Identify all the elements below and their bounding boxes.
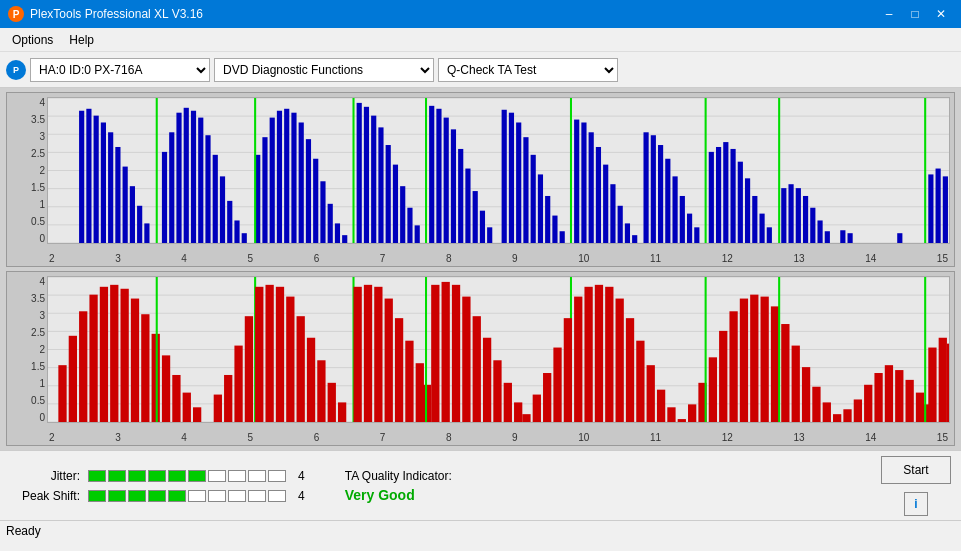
svg-rect-195 [709,357,717,422]
ps-seg-10 [268,490,286,502]
svg-rect-98 [745,178,750,243]
svg-rect-176 [533,395,541,422]
svg-rect-175 [522,414,530,422]
svg-rect-216 [916,393,924,422]
svg-rect-108 [817,220,822,243]
status-bar: Ready [0,520,961,540]
svg-rect-150 [286,297,294,422]
svg-rect-21 [176,113,181,243]
jitter-seg-7 [208,470,226,482]
svg-rect-82 [625,223,630,243]
bottom-panel: Jitter: 4 Peak Shift: [0,450,961,520]
svg-rect-214 [895,370,903,422]
svg-rect-10 [86,109,91,243]
minimize-button[interactable]: – [877,4,901,24]
svg-rect-111 [840,230,845,243]
svg-rect-83 [632,235,637,243]
svg-rect-27 [220,176,225,243]
svg-rect-113 [897,233,902,243]
svg-rect-114 [928,174,933,243]
svg-rect-106 [803,196,808,243]
svg-rect-94 [716,147,721,243]
svg-rect-184 [605,287,613,422]
peak-shift-value: 4 [298,489,305,503]
jitter-progress [88,470,286,482]
svg-rect-199 [750,295,758,422]
drive-icon: P [6,60,26,80]
svg-rect-180 [564,318,572,422]
svg-rect-158 [364,285,372,422]
svg-rect-191 [678,419,686,422]
svg-rect-69 [523,137,528,243]
svg-rect-76 [581,122,586,243]
svg-rect-20 [169,132,174,243]
test-select[interactable]: Q-Check TA Test [438,58,618,82]
svg-rect-43 [335,223,340,243]
app-icon: P [8,6,24,22]
svg-rect-116 [943,176,948,243]
svg-rect-134 [131,299,139,422]
svg-rect-78 [596,147,601,243]
svg-rect-11 [94,116,99,243]
svg-rect-128 [69,336,77,422]
window-title: PlexTools Professional XL V3.16 [30,7,203,21]
svg-rect-166 [431,285,439,422]
svg-rect-169 [462,297,470,422]
jitter-seg-6 [188,470,206,482]
svg-rect-104 [788,184,793,243]
svg-rect-26 [213,155,218,243]
svg-rect-149 [276,287,284,422]
svg-rect-190 [667,407,675,422]
info-button[interactable]: i [904,492,928,516]
svg-rect-107 [810,208,815,243]
svg-rect-201 [771,306,779,422]
close-button[interactable]: ✕ [929,4,953,24]
jitter-seg-4 [148,470,166,482]
svg-rect-103 [781,188,786,243]
jitter-seg-8 [228,470,246,482]
svg-rect-196 [719,331,727,422]
chart-bottom: 4 3.5 3 2.5 2 1.5 1 0.5 0 [6,271,955,446]
svg-rect-130 [89,295,97,422]
ps-seg-9 [248,490,266,502]
ps-seg-3 [128,490,146,502]
chart-top-inner [47,97,950,244]
svg-rect-159 [374,287,382,422]
svg-rect-112 [848,233,853,243]
metrics-section: Jitter: 4 Peak Shift: [10,469,305,503]
menu-help[interactable]: Help [61,31,102,49]
svg-rect-36 [284,109,289,243]
svg-rect-15 [123,167,128,243]
ta-section: TA Quality Indicator: Very Good [345,469,452,503]
svg-rect-209 [843,409,851,422]
svg-rect-34 [270,118,275,243]
svg-rect-185 [616,299,624,422]
svg-rect-59 [451,129,456,243]
svg-rect-56 [429,106,434,243]
menu-options[interactable]: Options [4,31,61,49]
svg-rect-177 [543,373,551,422]
svg-rect-49 [378,127,383,243]
svg-rect-211 [864,385,872,422]
svg-rect-97 [738,162,743,243]
svg-rect-93 [709,152,714,243]
maximize-button[interactable]: □ [903,4,927,24]
svg-rect-77 [589,132,594,243]
svg-rect-142 [214,395,222,422]
svg-rect-17 [137,206,142,243]
start-button[interactable]: Start [881,456,951,484]
svg-rect-44 [342,235,347,243]
svg-rect-210 [854,399,862,422]
svg-rect-187 [636,341,644,422]
svg-rect-12 [101,122,106,243]
svg-rect-24 [198,118,203,243]
svg-rect-173 [504,383,512,422]
function-select[interactable]: DVD Diagnostic Functions [214,58,434,82]
svg-rect-157 [354,287,362,422]
svg-rect-160 [385,299,393,422]
svg-rect-79 [603,165,608,243]
svg-rect-86 [651,135,656,243]
svg-rect-67 [509,113,514,243]
drive-select[interactable]: HA:0 ID:0 PX-716A [30,58,210,82]
svg-rect-205 [802,367,810,422]
